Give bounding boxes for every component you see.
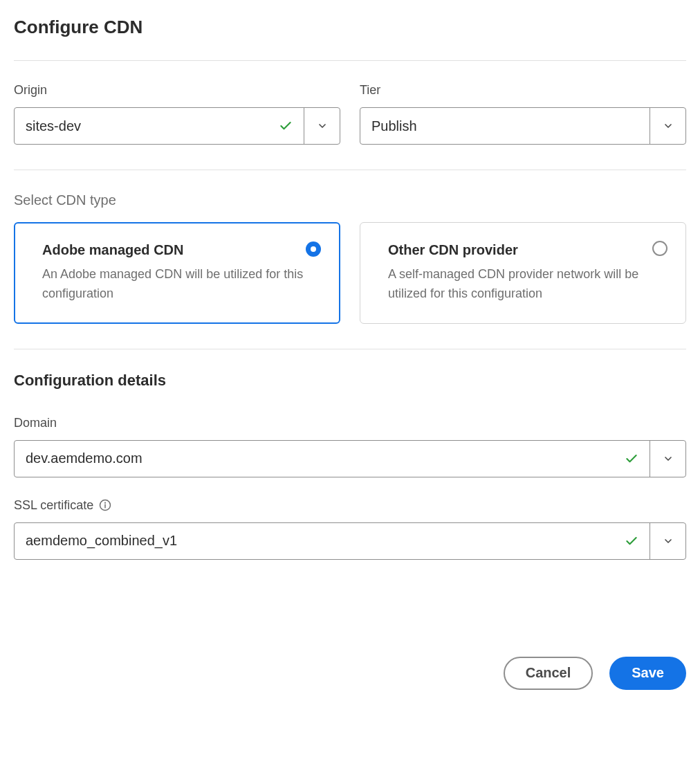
domain-select[interactable]: dev.aemdemo.com: [14, 440, 686, 477]
cdn-option-desc: A self-managed CDN provider network will…: [388, 265, 666, 304]
origin-select[interactable]: sites-dev: [14, 107, 340, 145]
cdn-option-desc: An Adobe managed CDN will be utilized fo…: [42, 265, 320, 304]
tier-select[interactable]: Publish: [360, 107, 686, 145]
domain-field: Domain dev.aemdemo.com: [14, 416, 686, 477]
radio-checked-icon: [306, 241, 321, 257]
divider: [14, 60, 686, 61]
cancel-button[interactable]: Cancel: [504, 657, 593, 690]
origin-tier-row: Origin sites-dev Tier Publish: [14, 83, 686, 145]
domain-value-text: dev.aemdemo.com: [26, 450, 142, 466]
chevron-down-icon: [663, 536, 674, 547]
ssl-caret[interactable]: [650, 523, 685, 559]
checkmark-icon: [625, 452, 638, 466]
action-bar: Cancel Save: [14, 657, 686, 690]
svg-point-2: [105, 503, 106, 504]
checkmark-icon: [279, 119, 293, 133]
tier-value-text: Publish: [371, 118, 417, 134]
cdn-option-title: Other CDN provider: [388, 242, 666, 258]
checkmark-icon: [625, 534, 638, 548]
ssl-select[interactable]: aemdemo_combined_v1: [14, 522, 686, 560]
cdn-option-title: Adobe managed CDN: [42, 242, 320, 258]
origin-select-value: sites-dev: [15, 108, 304, 144]
domain-select-value: dev.aemdemo.com: [15, 441, 650, 477]
info-icon[interactable]: [99, 499, 111, 511]
tier-select-value: Publish: [360, 108, 650, 144]
tier-label: Tier: [360, 83, 686, 98]
divider: [14, 170, 686, 170]
chevron-down-icon: [663, 453, 674, 464]
domain-caret[interactable]: [650, 441, 685, 477]
save-button[interactable]: Save: [609, 657, 686, 690]
divider: [14, 349, 686, 349]
chevron-down-icon: [663, 120, 674, 131]
cdn-option-other-provider[interactable]: Other CDN provider A self-managed CDN pr…: [360, 222, 686, 324]
tier-caret[interactable]: [650, 108, 685, 144]
ssl-select-value: aemdemo_combined_v1: [15, 523, 650, 559]
origin-label: Origin: [14, 83, 340, 98]
cdn-option-adobe-managed[interactable]: Adobe managed CDN An Adobe managed CDN w…: [14, 222, 340, 324]
ssl-label: SSL certificate: [14, 498, 686, 513]
ssl-value-text: aemdemo_combined_v1: [26, 533, 177, 549]
origin-field: Origin sites-dev: [14, 83, 340, 145]
origin-caret[interactable]: [304, 108, 340, 144]
page-title: Configure CDN: [14, 17, 686, 38]
tier-field: Tier Publish: [360, 83, 686, 145]
cdn-type-options: Adobe managed CDN An Adobe managed CDN w…: [14, 222, 686, 324]
chevron-down-icon: [317, 120, 328, 131]
origin-value-text: sites-dev: [26, 118, 81, 134]
configuration-details-heading: Configuration details: [14, 372, 686, 390]
radio-unchecked-icon: [652, 241, 667, 256]
ssl-field: SSL certificate aemdemo_combined_v1: [14, 498, 686, 560]
select-cdn-type-label: Select CDN type: [14, 192, 686, 208]
ssl-label-text: SSL certificate: [14, 498, 93, 513]
domain-label: Domain: [14, 416, 686, 430]
